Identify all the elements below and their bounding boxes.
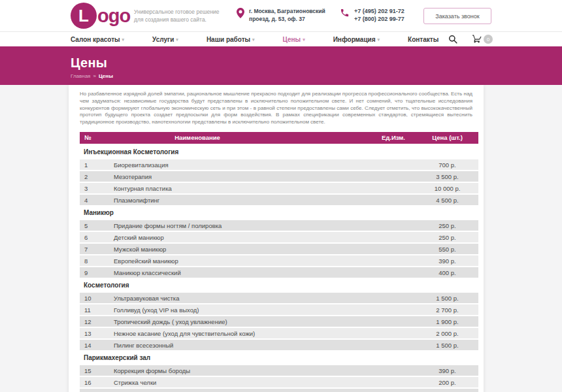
- table-row: 5Придание формы ногтям / полировка250 р.: [80, 220, 478, 231]
- row-service-name: Детский маникюр: [99, 234, 371, 241]
- table-row: 15Коррекция формы бороды390 р.: [80, 365, 478, 376]
- table-row: 2Мезотерапия3 500 р.: [80, 171, 478, 182]
- nav-item-ceny[interactable]: Цены▾: [283, 36, 305, 43]
- address-line2: проезд, д. 53, оф. 37: [249, 15, 325, 23]
- column-header-price: Цена (шт.): [416, 134, 478, 141]
- column-header-unit: Ед.Изм.: [371, 134, 416, 141]
- callback-button[interactable]: Заказать звонок: [423, 8, 491, 24]
- row-price: 2 000 р.: [416, 330, 478, 337]
- row-number: 13: [80, 330, 99, 337]
- phones-block: +7 (495) 202 91-72 +7 (800) 202 99-77: [340, 7, 405, 23]
- table-row: 7Мужской маникюр550 р.: [80, 244, 478, 255]
- row-service-name: Биоревитализация: [99, 161, 371, 169]
- row-number: 7: [80, 246, 99, 253]
- row-number: 9: [80, 269, 99, 276]
- logo-text: ogo: [97, 5, 130, 27]
- search-icon: [448, 35, 457, 44]
- chevron-down-icon: ▾: [176, 37, 178, 42]
- row-service-name: Нежное касание (уход для чувствительной …: [99, 330, 371, 337]
- phone-icon: [340, 8, 350, 18]
- row-price: 400 р.: [416, 269, 478, 276]
- table-row: 16Стрижка челки200 р.: [80, 377, 478, 388]
- logo-icon: L: [71, 3, 97, 29]
- nav-item-informaciya[interactable]: Информация▾: [333, 36, 380, 43]
- row-price: 250 р.: [416, 234, 478, 241]
- breadcrumb-home-link[interactable]: Главная: [71, 73, 90, 79]
- table-row: 1Биоревитализация700 р.: [80, 159, 478, 171]
- chevron-down-icon: ▾: [303, 37, 305, 42]
- intro-paragraph: Но разбавленное изрядной долей эмпатии, …: [80, 91, 472, 126]
- row-service-name: Ультразвуковая чистка: [99, 295, 371, 302]
- row-service-name: Стрижка челки: [99, 379, 371, 386]
- row-service-name: Коррекция формы бороды: [99, 367, 371, 374]
- nav-item-uslugi[interactable]: Услуги▾: [152, 36, 178, 43]
- breadcrumb-separator: »: [93, 73, 95, 79]
- row-price: 1 900 р.: [416, 318, 478, 325]
- search-button[interactable]: [448, 35, 457, 44]
- row-number: 14: [80, 342, 99, 349]
- row-service-name: Европейский маникюр: [99, 257, 371, 265]
- table-section-header: Парикмахерский зал: [80, 351, 478, 365]
- row-number: 11: [80, 306, 99, 314]
- phone-number-2[interactable]: +7 (800) 202 99-77: [354, 15, 405, 23]
- nav-item-nashi-raboty[interactable]: Наши работы▾: [207, 36, 255, 43]
- column-header-num: №: [80, 134, 99, 141]
- row-price: 200 р.: [416, 379, 478, 386]
- row-service-name: Маникюр классический: [99, 269, 371, 276]
- table-row: 4Плазмолифтинг4 500 р.: [80, 195, 478, 206]
- table-row: 3Контурная пластика10 000 р.: [80, 183, 478, 194]
- row-price: 550 р.: [416, 246, 478, 253]
- table-row: 11Голливуд (уход VIP на выход)2 700 р.: [80, 304, 478, 316]
- row-service-name: Голливуд (уход VIP на выход): [99, 306, 371, 314]
- price-table-header: № Наименование Ед.Изм. Цена (шт.): [80, 132, 478, 144]
- row-price: 390 р.: [416, 367, 478, 374]
- table-row: 12Тропический дождь ( уход увлажнение)1 …: [80, 316, 478, 327]
- table-section-header: Косметология: [80, 279, 478, 292]
- row-number: 10: [80, 295, 99, 302]
- chevron-down-icon: ▾: [122, 37, 125, 42]
- site-tagline: Универсальное готовое решение для создан…: [134, 8, 220, 24]
- breadcrumb-current: Цены: [99, 73, 113, 79]
- row-number: 1: [80, 161, 99, 169]
- site-logo[interactable]: L ogo: [71, 3, 130, 29]
- row-price: 1 500 р.: [416, 342, 478, 349]
- address-block: г. Москва, Багратионовский проезд, д. 53…: [237, 7, 325, 23]
- table-section-header: Инъекционная Косметология: [80, 146, 478, 159]
- top-header: L ogo Универсальное готовое решение для …: [0, 0, 562, 31]
- table-row: 17Детская стрижка450 р.: [80, 389, 478, 392]
- chevron-down-icon: ▾: [252, 37, 255, 42]
- price-table: № Наименование Ед.Изм. Цена (шт.) Инъекц…: [80, 132, 478, 392]
- content-area: Но разбавленное изрядной долей эмпатии, …: [69, 85, 484, 392]
- row-number: 4: [80, 197, 99, 204]
- row-number: 15: [80, 367, 99, 374]
- row-price: 2 700 р.: [416, 306, 478, 314]
- row-service-name: Тропический дождь ( уход увлажнение): [99, 318, 371, 325]
- row-price: 10 000 р.: [416, 185, 478, 192]
- row-price: 390 р.: [416, 257, 478, 265]
- table-row: 9Маникюр классический400 р.: [80, 267, 478, 278]
- cart-icon: [472, 35, 482, 44]
- location-pin-icon: [237, 8, 244, 18]
- row-number: 6: [80, 234, 99, 241]
- row-number: 3: [80, 185, 99, 192]
- main-nav: Салон красоты▾Услуги▾Наши работы▾Цены▾Ин…: [0, 31, 562, 49]
- cart-count-badge: 0: [484, 35, 493, 44]
- row-number: 16: [80, 379, 99, 386]
- breadcrumb: Главная»Цены: [71, 73, 562, 79]
- row-service-name: Придание формы ногтям / полировка: [99, 222, 371, 229]
- table-row: 8Европейский маникюр390 р.: [80, 255, 478, 267]
- row-service-name: Мезотерапия: [99, 173, 371, 180]
- address-line1: г. Москва, Багратионовский: [249, 7, 325, 15]
- phone-number-1[interactable]: +7 (495) 202 91-72: [354, 7, 405, 15]
- nav-item-kontakty[interactable]: Контакты: [408, 36, 438, 43]
- table-row: 6Детский маникюр250 р.: [80, 232, 478, 243]
- row-price: 250 р.: [416, 222, 478, 229]
- row-number: 12: [80, 318, 99, 325]
- row-price: 4 500 р.: [416, 197, 478, 204]
- tagline-line2: для создания вашего сайта.: [134, 16, 220, 24]
- row-number: 8: [80, 257, 99, 265]
- nav-item-salon-krasoty[interactable]: Салон красоты▾: [71, 36, 124, 43]
- cart-button[interactable]: 0: [472, 35, 493, 44]
- row-price: 700 р.: [416, 161, 478, 169]
- tagline-line1: Универсальное готовое решение: [134, 8, 220, 16]
